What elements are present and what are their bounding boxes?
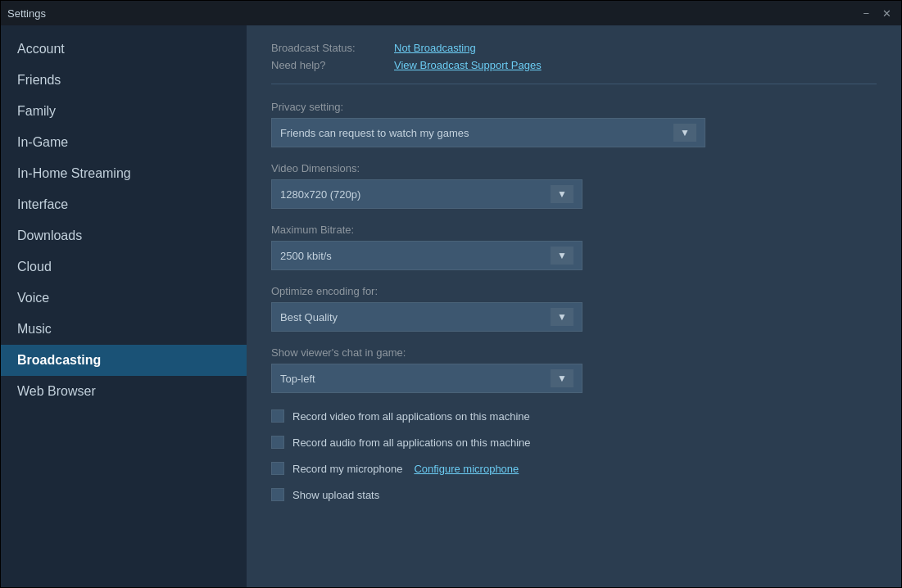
sidebar-item-broadcasting[interactable]: Broadcasting <box>1 345 247 376</box>
sidebar-item-music[interactable]: Music <box>1 314 247 345</box>
checkbox-row-record-microphone: Record my microphoneConfigure microphone <box>271 462 877 475</box>
sidebar-item-voice[interactable]: Voice <box>1 283 247 314</box>
checkbox-row-show-upload-stats: Show upload stats <box>271 488 877 501</box>
need-help-label: Need help? <box>271 59 386 71</box>
checkbox-row-record-audio: Record audio from all applications on th… <box>271 436 877 449</box>
privacy-setting-group: Privacy setting: Friends can request to … <box>271 101 877 147</box>
broadcast-status-section: Broadcast Status: Not Broadcasting Need … <box>271 42 877 84</box>
privacy-setting-value: Friends can request to watch my games <box>280 127 469 139</box>
need-help-row: Need help? View Broadcast Support Pages <box>271 59 877 71</box>
optimize-encoding-arrow: ▼ <box>551 308 573 326</box>
main-panel: Broadcast Status: Not Broadcasting Need … <box>247 25 901 587</box>
settings-window: Settings − ✕ AccountFriendsFamilyIn-Game… <box>0 0 902 588</box>
maximum-bitrate-dropdown[interactable]: 2500 kbit/s ▼ <box>271 241 582 270</box>
show-viewers-chat-dropdown[interactable]: Top-left ▼ <box>271 364 582 393</box>
sidebar-item-downloads[interactable]: Downloads <box>1 220 247 251</box>
checkbox-label-show-upload-stats: Show upload stats <box>292 489 379 501</box>
privacy-dropdown-arrow: ▼ <box>673 124 696 142</box>
titlebar-controls: − ✕ <box>859 7 895 20</box>
maximum-bitrate-label: Maximum Bitrate: <box>271 224 877 236</box>
sidebar-item-family[interactable]: Family <box>1 96 247 127</box>
sidebar: AccountFriendsFamilyIn-GameIn-Home Strea… <box>1 25 247 587</box>
content-area: AccountFriendsFamilyIn-GameIn-Home Strea… <box>1 25 901 587</box>
sidebar-item-interface[interactable]: Interface <box>1 189 247 220</box>
sidebar-item-web-browser[interactable]: Web Browser <box>1 376 247 407</box>
video-dimensions-group: Video Dimensions: 1280x720 (720p) ▼ <box>271 162 877 209</box>
checkboxes-section: Record video from all applications on th… <box>271 409 877 501</box>
sidebar-item-account[interactable]: Account <box>1 34 247 65</box>
privacy-setting-label: Privacy setting: <box>271 101 877 113</box>
checkbox-label-record-microphone: Record my microphone <box>292 463 402 475</box>
checkbox-label-record-video: Record video from all applications on th… <box>292 410 530 423</box>
not-broadcasting-link[interactable]: Not Broadcasting <box>394 42 476 54</box>
sidebar-item-in-game[interactable]: In-Game <box>1 127 247 158</box>
checkbox-label-record-audio: Record audio from all applications on th… <box>292 436 531 449</box>
video-dimensions-dropdown[interactable]: 1280x720 (720p) ▼ <box>271 179 582 209</box>
checkbox-record-microphone[interactable] <box>271 462 284 475</box>
maximum-bitrate-arrow: ▼ <box>551 247 573 265</box>
maximum-bitrate-group: Maximum Bitrate: 2500 kbit/s ▼ <box>271 224 877 270</box>
checkbox-record-audio[interactable] <box>271 436 284 449</box>
optimize-encoding-value: Best Quality <box>280 311 338 323</box>
show-viewers-chat-value: Top-left <box>280 373 315 385</box>
video-dimensions-value: 1280x720 (720p) <box>280 188 360 201</box>
video-dimensions-label: Video Dimensions: <box>271 162 877 174</box>
show-viewers-chat-label: Show viewer's chat in game: <box>271 346 877 359</box>
titlebar: Settings − ✕ <box>1 1 901 25</box>
optimize-encoding-group: Optimize encoding for: Best Quality ▼ <box>271 285 877 332</box>
video-dimensions-arrow: ▼ <box>551 185 573 203</box>
broadcast-status-row: Broadcast Status: Not Broadcasting <box>271 42 877 54</box>
sidebar-item-in-home-streaming[interactable]: In-Home Streaming <box>1 158 247 189</box>
show-viewers-chat-arrow: ▼ <box>551 369 573 387</box>
minimize-button[interactable]: − <box>859 7 873 20</box>
checkbox-record-video[interactable] <box>271 409 284 423</box>
window-title: Settings <box>7 7 46 20</box>
optimize-encoding-dropdown[interactable]: Best Quality ▼ <box>271 302 582 332</box>
maximum-bitrate-value: 2500 kbit/s <box>280 250 332 262</box>
configure-microphone-link[interactable]: Configure microphone <box>414 463 519 475</box>
sidebar-item-friends[interactable]: Friends <box>1 65 247 96</box>
show-viewers-chat-group: Show viewer's chat in game: Top-left ▼ <box>271 346 877 393</box>
checkbox-show-upload-stats[interactable] <box>271 488 284 501</box>
broadcast-status-label: Broadcast Status: <box>271 42 386 54</box>
optimize-encoding-label: Optimize encoding for: <box>271 285 877 297</box>
sidebar-item-cloud[interactable]: Cloud <box>1 251 247 283</box>
privacy-setting-dropdown[interactable]: Friends can request to watch my games ▼ <box>271 118 705 147</box>
checkbox-row-record-video: Record video from all applications on th… <box>271 409 877 423</box>
close-button[interactable]: ✕ <box>879 7 895 20</box>
view-broadcast-support-link[interactable]: View Broadcast Support Pages <box>394 59 542 71</box>
